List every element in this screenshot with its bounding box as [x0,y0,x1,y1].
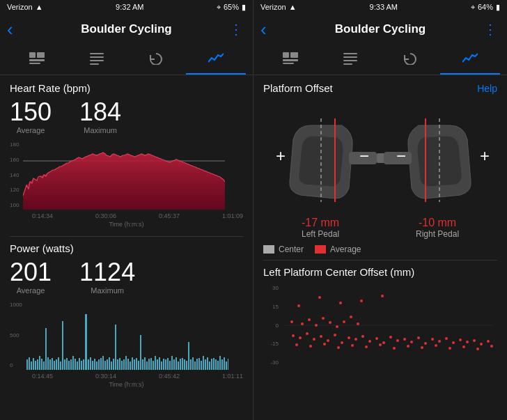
svg-rect-20 [45,328,47,370]
legend-center-box [263,245,274,254]
status-bar-left: Verizon ▲ 9:32 AM ⌖ 65% ▮ [0,0,253,14]
svg-point-153 [348,336,350,339]
svg-rect-102 [217,361,219,370]
scatter-title: Left Platform Center Offset (mm) [263,266,497,278]
svg-rect-58 [125,356,127,370]
left-panel: Verizon ▲ 9:32 AM ⌖ 65% ▮ ‹ Boulder Cycl… [0,0,254,420]
svg-rect-15 [35,361,36,370]
svg-rect-4 [90,53,104,54]
svg-rect-30 [66,358,68,370]
battery-left: 65% [224,3,239,11]
svg-rect-62 [134,359,135,370]
svg-rect-44 [96,361,98,370]
svg-point-161 [403,338,406,341]
left-pedal-name: Left Pedal [302,229,339,239]
tab-charts-right[interactable] [440,44,500,75]
hr-t1: 0:14:34 [32,212,53,219]
svg-rect-19 [43,361,45,370]
tab-charts-left[interactable] [186,44,246,75]
battery-icon: ▮ [242,3,246,12]
svg-point-179 [365,345,368,348]
svg-rect-45 [98,359,100,370]
power-average-label: Average [10,286,52,295]
svg-rect-84 [180,359,181,370]
pw-y-0: 0 [10,362,22,368]
svg-rect-94 [201,361,202,370]
svg-rect-18 [41,359,42,370]
svg-rect-83 [178,361,179,370]
power-stats: 201 Average 1124 Maximum [10,260,243,295]
tab-history-right[interactable] [380,44,440,75]
power-maximum-block: 1124 Maximum [79,260,135,295]
svg-rect-103 [219,356,221,370]
svg-rect-51 [111,361,112,370]
hr-t2: 0:30:06 [95,212,116,219]
svg-rect-111 [283,63,294,64]
tab-details-right[interactable] [320,44,380,75]
svg-rect-92 [196,359,198,370]
svg-rect-80 [171,356,173,370]
svg-point-176 [323,343,326,345]
svg-point-182 [407,345,410,348]
scatter-y-30: 30 [263,285,279,291]
svg-point-158 [382,341,385,344]
svg-point-178 [351,344,354,347]
location-icon: ⌖ [217,3,221,12]
svg-point-185 [448,347,451,350]
power-time-axis: 0:14:45 0:30:14 0:45:42 1:01:11 [10,373,243,380]
more-button-left[interactable]: ⋮ [229,21,243,38]
svg-point-141 [336,325,338,328]
svg-rect-63 [136,358,137,370]
svg-rect-95 [203,356,204,370]
tab-overview-left[interactable] [7,44,67,75]
back-button-left[interactable]: ‹ [7,19,13,40]
svg-point-136 [301,322,304,325]
svg-rect-64 [138,361,139,370]
tab-details-left[interactable] [67,44,127,75]
hr-chart-svg [23,140,225,210]
help-button[interactable]: Help [477,83,497,94]
scatter-chart-container: 30 15 0 -15 -30 [263,283,497,367]
tab-overview-right[interactable] [260,44,320,75]
hr-y-100: 100 [10,202,19,208]
svg-rect-86 [184,359,185,370]
power-chart: 1000 500 0 [10,300,243,370]
svg-point-144 [357,322,359,325]
svg-point-156 [368,340,371,343]
svg-rect-46 [100,358,102,370]
hr-t4: 1:01:09 [222,212,243,219]
svg-rect-93 [198,358,200,370]
power-section: Power (watts) 201 Average 1124 Maximum 1… [10,242,243,388]
more-button-right[interactable]: ⋮ [483,21,497,38]
svg-rect-89 [190,359,192,370]
svg-point-171 [473,339,476,342]
svg-rect-107 [228,359,228,370]
content-right: Platform Offset Help [254,75,507,420]
svg-point-186 [462,345,465,348]
platform-offset-title: Platform Offset [263,82,333,94]
svg-point-175 [309,345,312,348]
legend-average-box [315,245,326,254]
svg-rect-90 [192,357,194,370]
svg-point-188 [490,345,493,348]
svg-rect-11 [26,359,28,370]
svg-text:+: + [276,146,286,165]
platform-offset-header: Platform Offset Help [263,82,497,94]
pw-t3: 0:45:42 [159,373,180,380]
svg-point-165 [431,338,434,341]
svg-rect-110 [283,59,298,61]
legend-row: Center Average [263,244,497,254]
hr-y-140: 140 [10,172,19,178]
svg-point-140 [329,321,332,324]
hr-average-block: 150 Average [10,100,52,134]
content-left: Heart Rate (bpm) 150 Average 184 Maximum… [0,75,253,420]
svg-point-134 [381,295,384,297]
tab-history-left[interactable] [127,44,187,75]
svg-rect-32 [70,359,72,370]
tab-bar-left [0,45,253,75]
heart-rate-section: Heart Rate (bpm) 150 Average 184 Maximum… [10,82,243,228]
back-button-right[interactable]: ‹ [260,19,267,40]
wifi-icon: ▲ [36,3,43,11]
svg-rect-66 [142,359,143,370]
pw-t1: 0:14:45 [32,373,53,380]
